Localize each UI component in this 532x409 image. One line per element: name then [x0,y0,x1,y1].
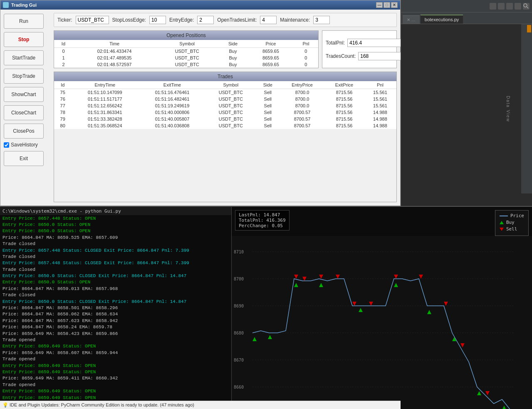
terminal-line: Price: 8659.649 MA: 8658.423 EMA: 8659.8… [2,331,229,337]
table-row: 7601:51:11.51717701:51:16.482461USDT_BTC… [54,96,396,102]
terminal-line: Trade closed [2,267,229,273]
col-id: Id [54,40,73,48]
exit-button[interactable]: Exit [4,151,44,166]
terminal-line: Entry Price: 8657.448 Status: CLOSED Exi… [2,248,229,254]
col-symbol: Symbol [156,40,218,48]
ide-btn-3[interactable] [506,3,513,10]
trades-scroll[interactable]: Id EntryTime ExitTime Symbol Side EntryP… [54,81,396,202]
entry-edge-label: EntryEdge: [169,17,194,23]
terminal-line: Trade closed [2,254,229,260]
table-row: 7901:51:33.38242801:51:40.005807USDT_BTC… [54,116,396,122]
statusbar: 💡 IDE and Plugin Updates: PyCharm Commun… [0,401,401,409]
ide-btn-2[interactable] [498,3,505,10]
svg-text:8680: 8680 [234,331,244,335]
window-titlebar: Trading Gui — □ ✕ [0,0,400,10]
chart-legend: Price Buy Sell [495,210,529,236]
stats-panel: TotalPnl: TradesCount: [322,30,397,68]
close-pos-button[interactable]: ClosePos [4,124,44,139]
terminal-line: Trade opened [2,337,229,343]
legend-price: Price [500,213,524,218]
terminal-line: Entry Price: 8650.0 Status: OPEN [2,279,229,285]
trades-col-id: Id [54,81,71,89]
trades-col-entry-time: EntryTime [71,81,139,89]
total-pnl-row: TotalPnl: [326,39,393,47]
trades-count-row: TradesCount: [326,52,393,60]
price-chart: 8710 8700 8690 8680 8670 8660 8650 [232,236,532,409]
data-view-label: Data View [506,96,510,122]
trades-col-exit-price: ExitPrice [324,81,364,89]
total-pnl-chart-label: TotalPnl: [239,218,264,223]
maximize-button[interactable]: □ [384,2,390,8]
legend-sell-label: Sell [506,226,517,232]
total-pnl-chart-row: TotalPnl: 416.369 [239,218,286,223]
table-row: 0 02:01:46.433474 USDT_BTC Buy 8659.65 0 [54,48,318,55]
terminal-line: Entry Price: 8650.0 Status: CLOSED Exit … [2,299,229,305]
col-time: Time [73,40,156,48]
perc-change-row: PercChange: 0.05 [239,223,286,228]
terminal-line: Price: 8664.847 MA: 8658.062 EMA: 8658.6… [2,311,229,317]
terminal-line: Entry Price: 8650.0 Status: OPEN [2,222,229,228]
show-chart-button[interactable]: ShowChart [4,87,44,102]
ide-scrollbar[interactable] [521,24,526,193]
col-price: Price [248,40,294,48]
run-button[interactable]: Run [4,14,44,29]
open-trades-input[interactable] [260,16,277,24]
trades-count-label: TradesCount: [326,53,356,59]
window-icon [3,2,9,8]
start-trade-button[interactable]: StartTrade [4,50,44,65]
terminal-line: Entry Price: 8659.649 Status: OPEN [2,395,229,401]
window-controls: — □ ✕ [376,2,398,8]
save-history-checkbox[interactable] [4,142,9,148]
stop-trade-button[interactable]: StopTrade [4,69,44,84]
maintenance-label: Maintenance: [280,17,310,23]
ide-tab-botexecutions[interactable]: botexecutions.py [421,15,463,24]
svg-text:8660: 8660 [234,385,244,389]
save-history-row: SaveHistory [4,142,47,148]
trades-col-side: Side [256,81,280,89]
ide-tab-close[interactable]: ✕ … [403,15,420,24]
ide-panel: ✕ … botexecutions.py Data View [401,0,532,206]
last-pnl-row: LastPnl: 14.847 [239,212,286,218]
trades-header: Trades [54,72,396,81]
entry-edge-input[interactable] [197,16,214,24]
close-button[interactable]: ✕ [391,2,398,8]
ide-btn-4[interactable] [515,3,521,10]
terminal-line: Price: 8659.649 MA: 8659.411 EMA: 8660.3… [2,375,229,382]
ticker-input[interactable] [76,16,109,24]
svg-point-0 [524,4,527,7]
positions-table-container: Opened Positions Id Time Symbol Side Pri… [54,30,319,68]
terminal-line: Entry Price: 8657.448 Status: CLOSED Exi… [2,260,229,266]
legend-buy-label: Buy [506,220,515,225]
maintenance-input[interactable] [313,16,330,24]
ide-content: Data View [401,24,532,193]
price-line-icon [500,216,508,216]
chart-panel: LastPnl: 14.847 TotalPnl: 416.369 PercCh… [231,206,532,409]
ide-toolbar [401,0,532,12]
terminal-line: Price: 8659.649 MA: 8658.607 EMA: 8659.9… [2,350,229,356]
stop-loss-label: StopLossEdge: [112,17,146,23]
trades-table: Id EntryTime ExitTime Symbol Side EntryP… [54,81,396,129]
trades-col-exit-time: ExitTime [139,81,206,89]
main-content: Ticker: StopLossEdge: EntryEdge: OpenTra… [50,10,400,206]
minimize-button[interactable]: — [376,2,383,8]
perc-change-label: PercChange: [239,223,269,228]
open-trades-label: OpenTradesLimit: [217,17,257,23]
total-pnl-label: TotalPnl: [326,40,345,46]
stop-loss-input[interactable] [149,16,166,24]
terminal-line: Price: 8664.847 MA: 8658.24 EMA: 8659.78 [2,324,229,330]
table-row: 7801:51:31.86334101:51:40.000806USDT_BTC… [54,109,396,116]
save-history-label: SaveHistory [11,142,38,148]
ide-btn-1[interactable] [490,3,496,10]
terminal-line: Entry Price: 8659.649 Status: OPEN [2,388,229,394]
terminal-content[interactable]: Entry Price: 8650.0 Status: OPENEntry Pr… [0,215,231,409]
close-chart-button[interactable]: CloseChart [4,105,44,120]
stop-button[interactable]: Stop [4,32,44,47]
ide-tab-bar: ✕ … botexecutions.py [401,12,532,24]
params-row: Ticker: StopLossEdge: EntryEdge: OpenTra… [54,13,397,27]
trades-col-symbol: Symbol [206,81,256,89]
terminal-line: Entry Price: 8659.649 Status: OPEN [2,363,229,369]
last-pnl-value: 14.847 [264,212,280,218]
window-title: Trading Gui [11,2,37,7]
ide-search-icon[interactable] [523,3,530,10]
positions-table: Id Time Symbol Side Price Pnl 0 02:01:46… [54,40,318,68]
